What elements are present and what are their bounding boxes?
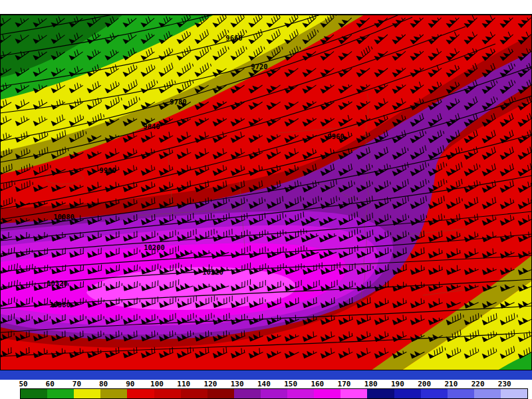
legend-value: 50 — [19, 380, 27, 388]
legend-value: 210 — [444, 380, 458, 388]
legend-color-segment — [127, 389, 154, 398]
height-contour-label: 9960 — [327, 132, 344, 140]
height-contour-label: 10200 — [144, 243, 165, 251]
height-contour-label: 9660 — [225, 34, 242, 42]
legend-color-segment — [394, 389, 421, 398]
legend-value: 170 — [338, 380, 351, 388]
isotach-svg: 9660972097809840990099601008010200103201… — [0, 15, 532, 370]
attribution-bar: ©2026 European Centre for Medium-Range W… — [0, 370, 532, 380]
legend-value: 60 — [46, 380, 55, 388]
legend-value: 230 — [498, 380, 511, 388]
legend-color-segment — [154, 389, 181, 398]
legend-value: 200 — [418, 380, 431, 388]
legend-value: 150 — [284, 380, 297, 388]
legend-color-segment — [261, 389, 287, 398]
legend-value: 180 — [364, 380, 378, 388]
legend-color-segment — [367, 389, 394, 398]
legend-color-segment — [314, 389, 340, 398]
legend-color-segment — [100, 389, 127, 398]
legend-color-segment — [74, 389, 100, 398]
legend-color-segment — [47, 389, 74, 398]
legend-value: 110 — [177, 380, 190, 388]
legend-color-segment — [234, 389, 261, 398]
legend-color-segment — [181, 389, 207, 398]
height-contour-label: 9780 — [170, 98, 186, 106]
weather-map-page: 250mb Isotachs (kts) | Geopotential Heig… — [0, 0, 532, 399]
height-contour-label: 10380 — [49, 301, 70, 309]
legend-value: 100 — [150, 380, 164, 388]
legend-value: 160 — [311, 380, 324, 388]
legend-color-segment — [340, 389, 367, 398]
title-bar: 250mb Isotachs (kts) | Geopotential Heig… — [0, 0, 532, 15]
legend-labels: 5060708090100110120130140150160170180190… — [0, 380, 532, 388]
legend-color-segment — [207, 389, 234, 398]
legend-value: 120 — [204, 380, 217, 388]
legend-color-segment — [448, 389, 474, 398]
legend-color-segment — [474, 389, 501, 398]
legend-color-segment — [501, 389, 527, 398]
legend-value: 220 — [471, 380, 485, 388]
legend-value: 190 — [391, 380, 404, 388]
height-contour-label: 9900 — [99, 166, 116, 174]
height-contour-label: 9720 — [251, 63, 267, 70]
legend-value: 140 — [257, 380, 271, 388]
legend-value: 130 — [231, 380, 244, 388]
height-contour-label: 10080 — [53, 213, 74, 221]
height-contour-label: 10320 — [202, 268, 223, 276]
legend-color-segment — [421, 389, 448, 398]
legend-color-strip — [20, 388, 528, 399]
height-contour-label: 10320 — [47, 279, 68, 287]
legend-value: 70 — [72, 380, 81, 388]
legend-color-segment — [21, 389, 47, 398]
map-canvas: 9660972097809840990099601008010200103201… — [0, 15, 532, 370]
legend-value: 80 — [99, 380, 108, 388]
height-contour-label: 9840 — [143, 122, 160, 130]
legend: 5060708090100110120130140150160170180190… — [0, 380, 532, 399]
legend-color-segment — [287, 389, 314, 398]
legend-value: 90 — [126, 380, 134, 388]
